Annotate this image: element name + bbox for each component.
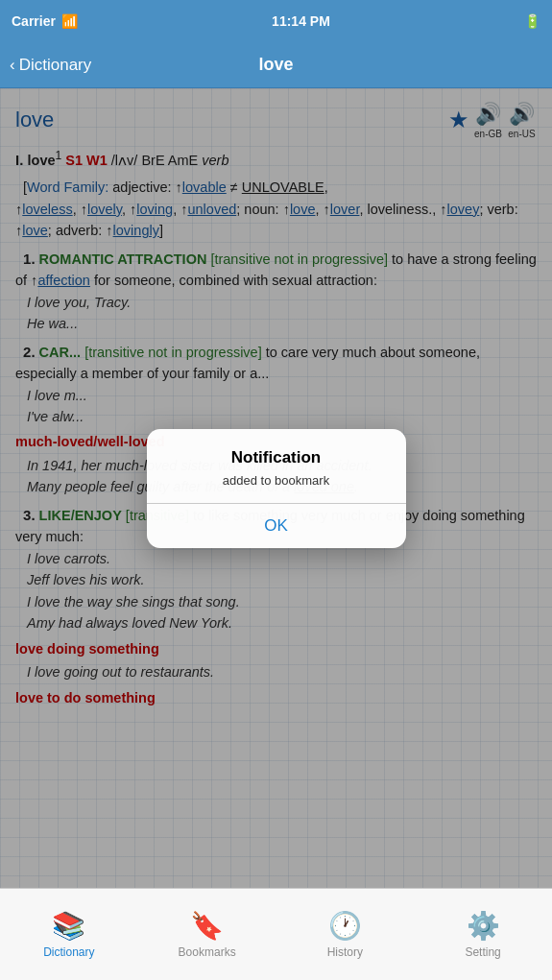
history-tab-icon: 🕐 <box>328 910 362 942</box>
setting-tab-label: Setting <box>465 945 500 959</box>
modal-overlay: Notification added to bookmark OK <box>0 88 552 888</box>
bookmarks-tab-icon: 🔖 <box>190 910 224 942</box>
tab-history[interactable]: 🕐 History <box>276 910 415 959</box>
status-left: Carrier 📶 <box>12 13 78 29</box>
tab-bookmarks[interactable]: 🔖 Bookmarks <box>138 910 276 959</box>
dictionary-tab-label: Dictionary <box>43 945 94 959</box>
wifi-icon: 📶 <box>61 13 78 29</box>
status-right: 🔋 <box>524 13 540 29</box>
nav-title: love <box>258 55 293 75</box>
tab-dictionary[interactable]: 📚 Dictionary <box>0 910 138 959</box>
notification-modal: Notification added to bookmark OK <box>147 429 406 548</box>
modal-title: Notification <box>162 448 391 467</box>
setting-tab-icon: ⚙️ <box>467 910 500 942</box>
chevron-left-icon: ‹ <box>10 56 15 75</box>
status-time: 11:14 PM <box>272 13 330 29</box>
back-label: Dictionary <box>19 56 92 75</box>
carrier-label: Carrier <box>12 13 56 29</box>
content-area: love ★ 🔊 en-GB 🔊 en-US I. love1 S1 W1 /l… <box>0 88 552 888</box>
modal-content: Notification added to bookmark <box>147 429 406 503</box>
bookmarks-tab-label: Bookmarks <box>179 945 236 959</box>
tab-setting[interactable]: ⚙️ Setting <box>414 910 552 959</box>
dictionary-tab-icon: 📚 <box>52 910 85 942</box>
status-bar: Carrier 📶 11:14 PM 🔋 <box>0 0 552 42</box>
modal-message: added to bookmark <box>162 473 391 488</box>
tab-bar: 📚 Dictionary 🔖 Bookmarks 🕐 History ⚙️ Se… <box>0 888 552 980</box>
back-button[interactable]: ‹ Dictionary <box>10 56 91 75</box>
history-tab-label: History <box>327 945 363 959</box>
nav-bar: ‹ Dictionary love <box>0 42 552 88</box>
battery-icon: 🔋 <box>524 13 540 29</box>
modal-ok-button[interactable]: OK <box>147 504 406 548</box>
